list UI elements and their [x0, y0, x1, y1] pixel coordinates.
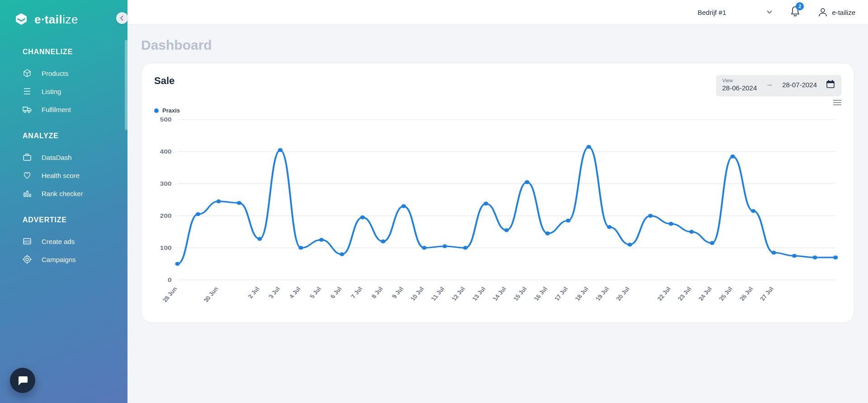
svg-point-55	[196, 212, 200, 216]
svg-point-72	[545, 231, 550, 235]
svg-text:30 Jun: 30 Jun	[202, 286, 220, 303]
svg-point-74	[586, 145, 591, 149]
topbar: Bedrijf #1 2 e-tailize	[127, 0, 868, 25]
sidebar-collapse-button[interactable]	[116, 12, 128, 24]
svg-text:9 Jul: 9 Jul	[391, 286, 405, 300]
legend-series-name: Praxis	[162, 107, 180, 114]
svg-point-63	[360, 216, 365, 220]
ad-icon: ADS	[23, 237, 32, 246]
svg-text:400: 400	[160, 148, 172, 155]
chat-widget-button[interactable]	[10, 368, 35, 393]
svg-text:16 Jul: 16 Jul	[533, 286, 549, 302]
date-to: 28-07-2024	[782, 81, 817, 89]
svg-point-8	[24, 256, 30, 262]
sidebar-item-campaigns[interactable]: Campaigns	[23, 250, 127, 268]
svg-text:200: 200	[160, 212, 172, 219]
sidebar-item-fulfilment[interactable]: Fulfilment	[23, 100, 127, 118]
user-menu[interactable]: e-tailize	[818, 8, 855, 17]
main: Bedrijf #1 2 e-tailize Dashboard	[127, 0, 868, 403]
svg-rect-4	[27, 191, 28, 197]
svg-point-84	[792, 254, 797, 258]
svg-rect-14	[832, 80, 833, 82]
svg-text:300: 300	[160, 180, 172, 187]
svg-rect-3	[24, 193, 25, 197]
sidebar: e·tailize CHANNELIZEProductsListingFulfi…	[0, 0, 127, 403]
chart-menu-button[interactable]	[154, 99, 841, 107]
chevron-down-icon	[767, 10, 772, 14]
notifications-badge: 2	[796, 2, 804, 10]
card-title: Sale	[154, 75, 175, 87]
svg-point-59	[278, 148, 283, 152]
hamburger-icon	[833, 100, 841, 105]
svg-rect-5	[29, 194, 31, 197]
sidebar-item-label: DataDash	[42, 154, 72, 161]
svg-text:13 Jul: 13 Jul	[471, 286, 487, 302]
list-icon	[23, 87, 32, 96]
calendar-icon	[826, 80, 835, 90]
svg-text:100: 100	[160, 244, 172, 251]
svg-text:0: 0	[168, 276, 172, 283]
company-name: Bedrijf #1	[698, 9, 726, 16]
svg-text:19 Jul: 19 Jul	[594, 286, 610, 302]
svg-text:25 Jul: 25 Jul	[717, 286, 734, 302]
svg-point-67	[443, 244, 447, 248]
legend-dot-icon	[154, 108, 159, 113]
user-name: e-tailize	[832, 9, 855, 16]
briefcase-icon	[23, 153, 32, 162]
svg-text:14 Jul: 14 Jul	[491, 286, 508, 302]
svg-rect-2	[24, 155, 31, 160]
svg-point-69	[484, 202, 488, 206]
package-icon	[23, 69, 32, 78]
svg-text:ADS: ADS	[24, 240, 31, 243]
nav-section-title: ADVERTIZE	[23, 216, 127, 224]
sidebar-scrollbar[interactable]	[125, 40, 127, 130]
chat-icon	[17, 375, 28, 386]
sidebar-item-label: Listing	[42, 88, 61, 95]
nav-section-title: CHANNELIZE	[23, 48, 127, 56]
sidebar-item-label: Create ads	[42, 238, 75, 245]
svg-point-65	[401, 204, 406, 208]
svg-point-66	[422, 246, 426, 250]
svg-point-79	[689, 230, 694, 234]
svg-text:2 Jul: 2 Jul	[246, 286, 261, 300]
target-icon	[23, 255, 32, 264]
chevron-left-icon	[119, 15, 125, 21]
svg-point-68	[463, 246, 467, 250]
svg-point-83	[772, 251, 776, 255]
svg-text:28 Jun: 28 Jun	[161, 286, 179, 303]
sidebar-item-label: Fulfilment	[42, 106, 71, 113]
brand[interactable]: e·tailize	[0, 7, 127, 38]
sidebar-item-rank-checker[interactable]: Rank checker	[23, 184, 127, 202]
page-title: Dashboard	[141, 37, 854, 53]
sale-line-chart: 010020030040050028 Jun30 Jun2 Jul3 Jul4 …	[154, 115, 841, 309]
svg-point-60	[298, 246, 303, 250]
date-range-label: View	[722, 78, 757, 83]
svg-rect-13	[828, 80, 829, 82]
svg-point-80	[710, 241, 714, 245]
sidebar-item-datadash[interactable]: DataDash	[23, 148, 127, 166]
svg-text:24 Jul: 24 Jul	[697, 286, 713, 302]
notifications-button[interactable]: 2	[790, 6, 800, 19]
svg-point-76	[627, 243, 632, 247]
svg-text:15 Jul: 15 Jul	[512, 286, 528, 302]
svg-rect-12	[827, 81, 834, 83]
arrow-right-icon: →	[766, 81, 773, 89]
nav-section-title: ANALYZE	[23, 132, 127, 140]
svg-text:11 Jul: 11 Jul	[429, 286, 446, 302]
svg-point-56	[216, 199, 221, 203]
sidebar-item-products[interactable]: Products	[23, 64, 127, 82]
svg-text:4 Jul: 4 Jul	[288, 286, 302, 300]
svg-text:8 Jul: 8 Jul	[370, 286, 384, 300]
svg-text:6 Jul: 6 Jul	[329, 286, 343, 300]
company-selector[interactable]: Bedrijf #1	[698, 9, 772, 16]
svg-point-81	[731, 155, 735, 159]
svg-point-61	[319, 238, 324, 242]
sidebar-item-listing[interactable]: Listing	[23, 82, 127, 100]
svg-text:12 Jul: 12 Jul	[450, 286, 467, 302]
svg-point-77	[648, 214, 653, 218]
svg-text:26 Jul: 26 Jul	[738, 286, 754, 302]
date-range-picker[interactable]: View 28-06-2024 → 28-07-2024	[716, 75, 841, 96]
svg-point-1	[28, 111, 30, 112]
sidebar-item-create-ads[interactable]: ADSCreate ads	[23, 232, 127, 250]
sidebar-item-health-score[interactable]: Health score	[23, 166, 127, 184]
